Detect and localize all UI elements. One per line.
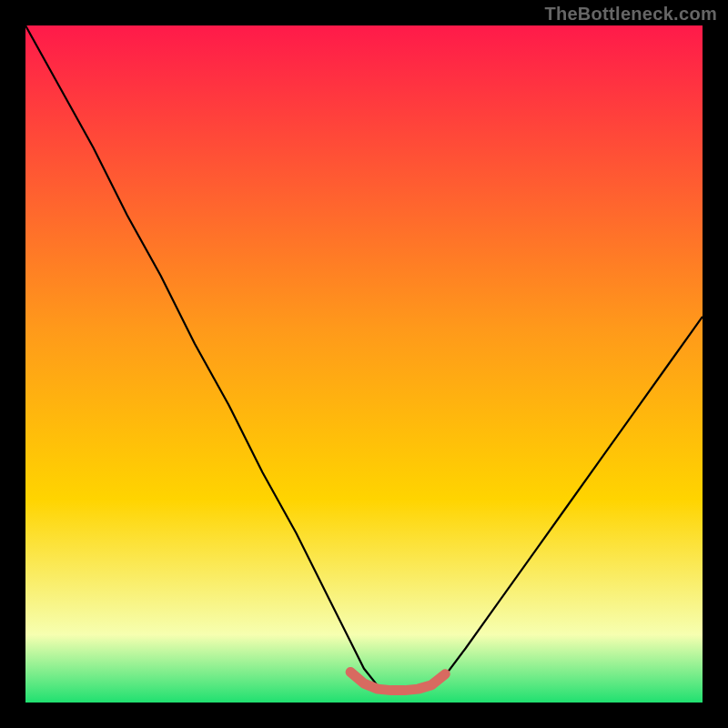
bottleneck-chart <box>25 25 703 703</box>
chart-stage: TheBottleneck.com <box>0 0 728 728</box>
chart-svg <box>25 25 703 703</box>
gradient-background <box>25 25 703 703</box>
watermark-text: TheBottleneck.com <box>544 4 717 25</box>
